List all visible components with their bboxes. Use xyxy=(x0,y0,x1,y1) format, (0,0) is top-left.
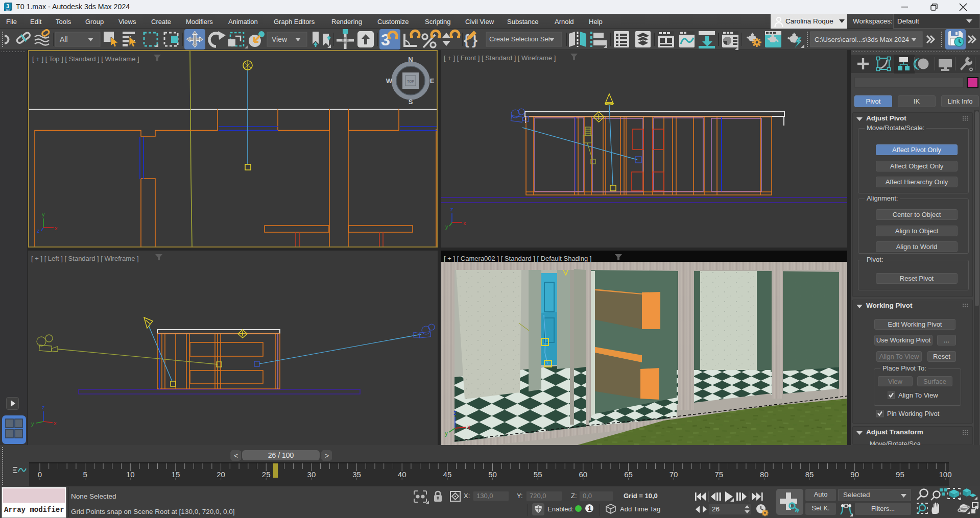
svg-text:0: 0 xyxy=(38,470,42,479)
svg-text:View: View xyxy=(272,35,288,43)
svg-text:W: W xyxy=(386,77,393,85)
svg-text:MAX: MAX xyxy=(6,9,10,11)
svg-text:25: 25 xyxy=(262,470,271,479)
svg-text:60: 60 xyxy=(579,470,587,479)
svg-text:90: 90 xyxy=(850,470,859,479)
svg-text:Create Selection Set: Create Selection Set xyxy=(489,35,551,43)
svg-text:z: z xyxy=(42,404,45,410)
svg-text:x: x xyxy=(55,225,58,231)
svg-text:y: y xyxy=(42,211,45,217)
svg-text:z: z xyxy=(37,228,40,234)
svg-text:z: z xyxy=(453,409,457,416)
svg-text:N: N xyxy=(408,56,413,63)
svg-text:20: 20 xyxy=(217,470,225,479)
svg-text:z: z xyxy=(450,206,453,212)
svg-text:y: y xyxy=(31,421,34,427)
svg-text:x: x xyxy=(467,424,470,431)
svg-text:x: x xyxy=(463,220,466,226)
svg-text:x: x xyxy=(54,420,57,426)
svg-text:50: 50 xyxy=(488,470,497,479)
svg-text:TOP: TOP xyxy=(407,80,415,83)
svg-text:85: 85 xyxy=(805,470,814,479)
svg-text:y: y xyxy=(445,430,448,437)
svg-text:55: 55 xyxy=(534,470,542,479)
svg-text:95: 95 xyxy=(896,470,904,479)
svg-text:y: y xyxy=(445,224,448,230)
svg-text:26 / 100: 26 / 100 xyxy=(268,451,294,459)
svg-text:80: 80 xyxy=(760,470,769,479)
svg-text:40: 40 xyxy=(398,470,407,479)
svg-text:15: 15 xyxy=(172,470,180,479)
svg-text:45: 45 xyxy=(443,470,452,479)
svg-text:<: < xyxy=(234,452,238,460)
svg-text:S: S xyxy=(409,98,413,106)
svg-text:75: 75 xyxy=(714,470,723,479)
svg-text:70: 70 xyxy=(670,470,678,479)
svg-text:3: 3 xyxy=(6,4,9,9)
svg-text:C:\Users\carol...s\3ds Max 202: C:\Users\carol...s\3ds Max 2024 xyxy=(815,36,909,43)
svg-text:100: 100 xyxy=(939,470,951,479)
svg-text:35: 35 xyxy=(352,470,361,479)
svg-text:E: E xyxy=(430,77,435,85)
svg-text:10: 10 xyxy=(126,470,135,479)
svg-text:5: 5 xyxy=(83,470,87,479)
svg-text:65: 65 xyxy=(624,470,633,479)
svg-text:>: > xyxy=(325,452,329,460)
svg-text:30: 30 xyxy=(307,470,316,479)
svg-text:All: All xyxy=(60,35,68,43)
